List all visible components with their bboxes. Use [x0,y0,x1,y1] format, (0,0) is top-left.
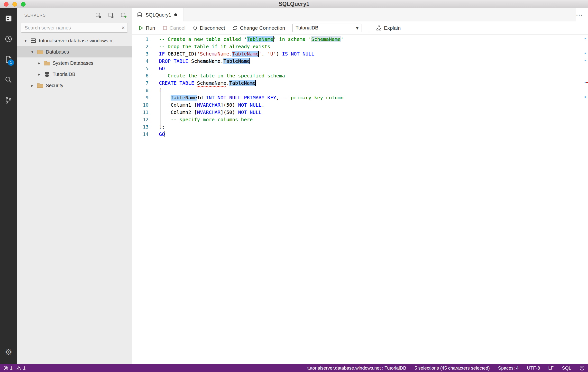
ruler-selection-mark [585,38,586,39]
code-line-text: Column2 [NVARCHAR](50) NOT NULL [159,109,261,116]
code-editor[interactable]: 1-- Create a new table called 'TableName… [132,35,584,364]
code-token: TableName [223,58,250,64]
chevron-collapsed-icon[interactable]: ▸ [29,83,36,88]
code-token: GO [159,65,165,71]
line-number: 3 [132,50,148,57]
window-controls [4,2,26,7]
settings-button[interactable]: ⚙ [0,342,17,362]
code-line-9[interactable]: 9 TableNameId INT NOT NULL PRIMARY KEY, … [132,94,584,101]
tab-sqlquery1[interactable]: SQLQuery1 [132,8,184,21]
code-token: NOT NULL [238,102,261,108]
modified-indicator[interactable] [174,13,177,16]
close-window-button[interactable] [4,2,9,7]
text-cursor [255,80,256,86]
code-line-14[interactable]: 14GO [132,130,584,138]
code-token: 'U' [267,51,276,57]
problems-button[interactable]: 1 1 [3,365,26,371]
code-line-2[interactable]: 2-- Drop the table if it already exists [132,43,584,50]
code-token: NOT NULL [238,109,261,115]
code-line-12[interactable]: 12 -- specify more columns here [132,116,584,123]
code-line-11[interactable]: 11 Column2 [NVARCHAR](50) NOT NULL [132,109,584,116]
explorer-activity-button[interactable]: 1 [0,49,17,70]
line-number: 10 [132,101,148,109]
source-control-activity-button[interactable] [0,90,17,111]
code-line-text: ); [159,123,165,130]
new-server-group-button[interactable] [107,12,115,19]
tree-item-databases[interactable]: ▾Databases [17,46,132,57]
selection-status[interactable]: 5 selections (45 characters selected) [414,365,490,371]
explorer-badge: 1 [8,59,14,66]
tree-item-tutorialserver-database-windows-n-[interactable]: ▾tutorialserver.database.windows.n... [17,35,132,46]
code-token: ' [258,51,261,57]
code-token: ' in schema ' [273,36,312,42]
chevron-collapsed-icon[interactable]: ▸ [36,72,43,77]
show-active-connections-button[interactable] [120,12,127,19]
code-token: NVARCHAR [197,109,220,115]
code-token: ](50) [220,102,238,108]
explain-button[interactable]: Explain [376,25,401,31]
connection-status[interactable]: tutorialserver.database.windows.net : Tu… [307,365,406,371]
code-token: 'SchemaName. [197,51,232,57]
language-mode-status[interactable]: SQL [562,365,571,371]
more-actions-button[interactable]: ⋯ [576,8,588,21]
code-token: SchemaName. [188,58,223,64]
eol-status[interactable]: LF [548,365,554,371]
editor-tabs: SQLQuery1 ⋯ [132,8,588,21]
servers-activity-button[interactable] [0,8,17,29]
error-icon [3,366,8,371]
code-line-5[interactable]: 5GO [132,65,584,72]
code-line-text: IF OBJECT_ID('SchemaName.TableName', 'U'… [159,50,314,57]
ruler-error-mark [586,82,588,83]
code-line-text: TableNameId INT NOT NULL PRIMARY KEY, --… [159,94,344,101]
folder-icon [36,49,44,54]
task-history-activity-button[interactable] [0,29,17,49]
code-token: ' [341,36,344,42]
minimize-window-button[interactable] [12,2,17,7]
code-token: IS NOT NULL [282,51,314,57]
tree-item-tutorialdb[interactable]: ▸TutorialDB [17,69,132,80]
git-branch-icon [4,96,13,105]
search-activity-button[interactable] [0,70,17,90]
indent-guide [160,89,161,128]
feedback-button[interactable] [579,366,585,371]
database-icon [43,71,51,77]
change-connection-icon [232,25,238,31]
cancel-button[interactable]: Cancel [163,25,185,31]
clear-search-icon[interactable]: × [121,24,125,31]
code-line-3[interactable]: 3IF OBJECT_ID('SchemaName.TableName', 'U… [132,50,584,57]
search-icon [4,76,13,84]
chevron-expanded-icon[interactable]: ▾ [29,49,36,54]
overview-ruler[interactable] [584,35,588,364]
ruler-selection-mark [585,53,586,54]
code-line-13[interactable]: 13); [132,123,584,130]
indentation-status[interactable]: Spaces: 4 [498,365,519,371]
code-line-text: GO [159,65,165,72]
chevron-expanded-icon[interactable]: ▾ [22,38,29,43]
zoom-window-button[interactable] [21,2,26,7]
line-number: 13 [132,123,148,130]
code-line-4[interactable]: 4DROP TABLE SchemaName.TableName [132,57,584,65]
tree-item-security[interactable]: ▸Security [17,80,132,91]
search-server-input[interactable] [21,23,128,33]
text-cursor [165,131,165,137]
line-number: 1 [132,36,148,43]
line-number: 12 [132,116,148,123]
code-line-6[interactable]: 6-- Create the table in the specified sc… [132,72,584,79]
new-connection-button[interactable] [95,12,102,19]
database-dropdown-value: TutorialDB [295,25,318,31]
encoding-status[interactable]: UTF-8 [527,365,540,371]
folder-icon [43,60,51,66]
run-button[interactable]: Run [138,25,155,31]
code-line-7[interactable]: 7CREATE TABLE SchemaName.TableName [132,79,584,87]
code-token: Column1 [ [159,102,197,108]
tree-item-system-databases[interactable]: ▸System Databases [17,57,132,69]
change-connection-button[interactable]: Change Connection [232,25,285,31]
code-token: , [276,95,282,101]
code-line-8[interactable]: 8( [132,87,584,94]
code-line-10[interactable]: 10 Column1 [NVARCHAR](50) NOT NULL, [132,101,584,109]
disconnect-button[interactable]: Disconnect [193,25,225,31]
chevron-collapsed-icon[interactable]: ▸ [36,61,43,65]
code-token: , [261,51,267,57]
code-line-1[interactable]: 1-- Create a new table called 'TableName… [132,36,584,43]
database-dropdown[interactable]: TutorialDB ▼ [292,24,361,32]
